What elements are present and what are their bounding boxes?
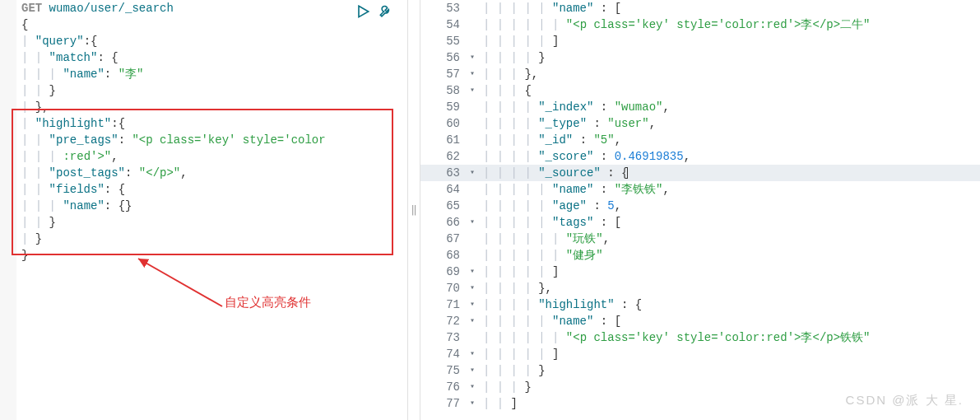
code-line[interactable]: | }, [16, 99, 407, 115]
code-line[interactable]: | | | | "_score" : 0.46919835, [478, 148, 980, 165]
code-token: ] [552, 265, 559, 278]
fold-marker [467, 132, 478, 148]
fold-marker[interactable]: ▾ [467, 165, 478, 181]
code-line[interactable]: | | | { [478, 82, 980, 99]
code-line[interactable]: | | | | | "name" : "李铁铁", [478, 181, 980, 198]
code-line[interactable]: | | | | | | "<p class='key' style='color… [478, 329, 980, 346]
code-line[interactable]: | } [16, 231, 407, 247]
code-token: , [615, 133, 621, 147]
code-line[interactable]: | | | | "_id" : "5", [478, 132, 980, 148]
fold-marker [467, 247, 478, 264]
code-line[interactable]: | | | | "highlight" : { [478, 296, 980, 313]
fold-marker[interactable]: ▾ [467, 264, 478, 280]
fold-marker[interactable]: ▾ [467, 82, 478, 99]
divider-handle-icon[interactable]: ‖ [411, 204, 416, 217]
code-line[interactable]: } [16, 247, 407, 264]
code-line[interactable]: | "query":{ [16, 33, 407, 49]
line-number: 56 [420, 49, 467, 66]
code-token: , [180, 166, 187, 180]
code-token: "highlight" [35, 117, 111, 130]
code-line[interactable]: | | } [16, 82, 407, 99]
run-icon[interactable] [355, 3, 371, 20]
code-line[interactable]: | | | | | ] [478, 33, 980, 49]
fold-marker [467, 99, 478, 115]
http-method: GET [21, 2, 49, 15]
fold-marker[interactable]: ▾ [467, 66, 478, 82]
code-line[interactable]: | | "pre_tags": "<p class='key' style='c… [16, 132, 407, 148]
code-line[interactable]: | | } [16, 214, 407, 231]
code-line[interactable]: | | | "name": {} [16, 198, 407, 214]
code-token: "query" [35, 35, 84, 48]
fold-marker[interactable]: ▾ [467, 296, 478, 313]
code-line[interactable]: | | | | | "age" : 5, [478, 198, 980, 214]
line-number: 59 [420, 99, 467, 115]
code-line[interactable]: | | "fields": { [16, 181, 407, 198]
code-line[interactable]: | | | | "_index" : "wumao", [478, 99, 980, 115]
code-token: 5 [607, 199, 614, 212]
fold-marker[interactable]: ▾ [467, 313, 478, 329]
code-token: : [587, 117, 607, 130]
code-token: : {} [105, 199, 132, 212]
code-line[interactable]: | | | | | "tags" : [ [478, 214, 980, 231]
fold-column[interactable]: ▾▾▾▾▾▾▾▾▾▾▾▾▾ [467, 0, 478, 420]
code-line[interactable]: | | | | | "name" : [ [478, 313, 980, 329]
code-token: , [111, 150, 118, 163]
fold-marker[interactable]: ▾ [467, 280, 478, 296]
annotation-arrow [132, 255, 239, 321]
wrench-icon[interactable] [378, 3, 394, 20]
code-token: "健身" [566, 249, 603, 262]
line-number: 69 [420, 264, 467, 280]
code-line[interactable]: | | | }, [478, 66, 980, 82]
code-line[interactable]: { [16, 16, 407, 33]
code-token: ] [552, 35, 559, 48]
code-token: "age" [552, 199, 587, 212]
fold-marker[interactable]: ▾ [467, 395, 478, 412]
code-line[interactable]: | | | | "_source" : { [478, 165, 980, 181]
line-number: 70 [420, 280, 467, 296]
code-line[interactable]: | | | | | | "健身" [478, 247, 980, 264]
code-token: , [662, 183, 669, 196]
request-line[interactable]: GET wumao/user/_search [16, 0, 407, 16]
code-line[interactable]: | | | | } [478, 362, 980, 379]
fold-marker[interactable]: ▾ [467, 214, 478, 231]
code-token: "</p>" [139, 166, 180, 180]
code-line[interactable]: | | | "name": "李" [16, 66, 407, 82]
fold-marker[interactable]: ▾ [467, 362, 478, 379]
fold-marker[interactable]: ▾ [467, 379, 478, 395]
code-line[interactable]: | "highlight":{ [16, 115, 407, 132]
line-number: 77 [420, 395, 467, 412]
code-line[interactable]: | | "match": { [16, 49, 407, 66]
code-line[interactable]: | | | | | ] [478, 264, 980, 280]
line-number: 67 [420, 231, 467, 247]
code-line[interactable]: | | | | "_type" : "user", [478, 115, 980, 132]
code-token: : [105, 68, 118, 81]
panel-divider[interactable]: ‖ [407, 0, 420, 420]
code-token: "_score" [538, 150, 593, 163]
response-panel[interactable]: 5354555657585960616263646566676869707172… [420, 0, 980, 420]
code-token: }, [35, 100, 49, 114]
code-token: "<p class='key' style='color [132, 133, 325, 147]
fold-marker[interactable]: ▾ [467, 49, 478, 66]
code-token: "玩铁" [566, 232, 603, 245]
code-token: } [21, 249, 28, 262]
code-token: : [573, 133, 593, 147]
code-token: 0.46919835 [615, 150, 684, 163]
fold-marker[interactable]: ▾ [467, 346, 478, 362]
code-line[interactable]: | | | | | "name" : [ [478, 0, 980, 16]
code-line[interactable]: | | | :red'>", [16, 148, 407, 165]
code-line[interactable]: | | | | } [478, 49, 980, 66]
code-line[interactable]: | | | | | | "玩铁", [478, 231, 980, 247]
code-line[interactable]: | | | | | ] [478, 346, 980, 362]
request-panel[interactable]: GET wumao/user/_search{| "query":{| | "m… [0, 0, 407, 420]
fold-marker [467, 148, 478, 165]
code-token: : { [97, 51, 118, 64]
code-token: "_source" [538, 166, 601, 180]
fold-marker [467, 329, 478, 346]
request-code[interactable]: GET wumao/user/_search{| "query":{| | "m… [16, 0, 407, 264]
line-number: 57 [420, 66, 467, 82]
code-line[interactable]: | | | | | | "<p class='key' style='color… [478, 16, 980, 33]
code-line[interactable]: | | | | }, [478, 280, 980, 296]
code-line[interactable]: | | "post_tags": "</p>", [16, 165, 407, 181]
response-code[interactable]: | | | | | "name" : [| | | | | | "<p clas… [478, 0, 980, 412]
code-token: "<p class='key' style='color:red'>李</p>铁… [566, 331, 871, 344]
